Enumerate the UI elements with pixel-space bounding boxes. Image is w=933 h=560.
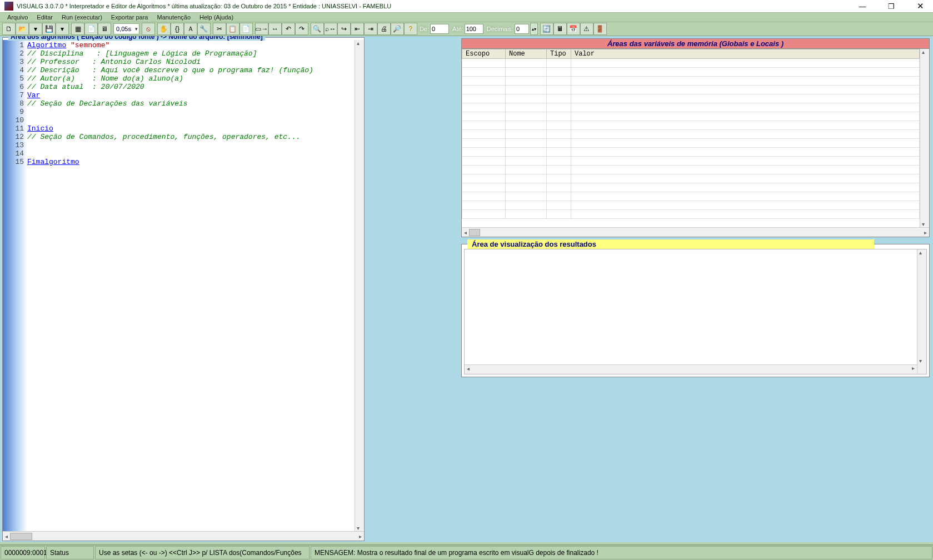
code-text[interactable]: 1Algoritmo "semnome"2// Disciplina : [Li… (27, 40, 355, 531)
help-icon[interactable]: ? (404, 23, 417, 35)
copy-icon[interactable]: 📋 (226, 23, 240, 35)
menu-manutencao[interactable]: Manutenção (153, 13, 194, 21)
open-dropdown-icon[interactable]: ▾ (29, 23, 42, 35)
save-icon[interactable]: 💾 (42, 23, 56, 35)
undo-icon[interactable]: ↶ (282, 23, 295, 35)
minimize-button[interactable]: — (854, 1, 871, 12)
code-line[interactable]: 6// Data atual : 20/07/2020 (27, 83, 355, 91)
table-row[interactable] (462, 183, 920, 192)
layout-icon[interactable]: ▦ (71, 23, 84, 35)
table-row[interactable] (462, 139, 920, 148)
variables-grid[interactable]: Escopo Nome Tipo Valor (462, 49, 920, 219)
exit-icon[interactable]: 🚪 (593, 23, 607, 35)
results-text[interactable] (465, 249, 917, 374)
paste-icon[interactable]: 📄 (240, 23, 253, 35)
code-area[interactable]: 1Algoritmo "semnome"2// Disciplina : [Li… (3, 40, 364, 531)
monitor-icon[interactable]: 🖥 (98, 23, 111, 35)
code-line[interactable]: 13 (27, 141, 355, 149)
ate-input[interactable] (465, 24, 483, 34)
code-line[interactable]: 5// Autor(a) : Nome do(a) aluno(a) (27, 74, 355, 83)
editor-horizontal-scrollbar[interactable] (3, 531, 364, 541)
code-icon[interactable]: {} (171, 23, 184, 35)
editor-panel-title: Área dos algoritmos ( Edição do código f… (8, 36, 265, 41)
zoom-icon[interactable]: 🔎 (391, 23, 404, 35)
calculator-icon[interactable]: 🖩 (553, 23, 567, 35)
menu-exportar[interactable]: Exportar para (107, 13, 152, 21)
save-dropdown-icon[interactable]: ▾ (56, 23, 69, 35)
calendar-icon[interactable]: 📅 (567, 23, 580, 35)
code-line[interactable]: 14 (27, 149, 355, 158)
print-icon[interactable]: 🖨 (377, 23, 391, 35)
table-row[interactable] (462, 103, 920, 112)
menu-editar[interactable]: Editar (33, 13, 57, 21)
table-row[interactable] (462, 94, 920, 103)
refresh-icon[interactable]: 🔄 (540, 23, 553, 35)
letter-icon[interactable]: Ａ (184, 23, 197, 35)
indent-right-icon[interactable]: ⇥ (364, 23, 377, 35)
maximize-button[interactable]: ❐ (883, 1, 900, 12)
delay-combo[interactable]: 0,05s (113, 23, 139, 34)
table-row[interactable] (462, 130, 920, 139)
app-icon (4, 2, 13, 11)
results-horizontal-scrollbar[interactable] (465, 364, 917, 374)
col-tipo[interactable]: Tipo (547, 49, 571, 59)
code-line[interactable]: 3// Professor : Antonio Carlos Nicolodi (27, 58, 355, 66)
replace-icon[interactable]: ⌕↔ (324, 23, 337, 35)
table-row[interactable] (462, 174, 920, 183)
menu-run[interactable]: Run (executar) (58, 13, 106, 21)
scroll-thumb[interactable] (469, 229, 480, 236)
table-row[interactable] (462, 166, 920, 174)
code-line[interactable]: 9 (27, 108, 355, 116)
memory-horizontal-scrollbar[interactable] (462, 227, 929, 237)
code-line[interactable]: 12// Seção de Comandos, procedimento, fu… (27, 133, 355, 141)
col-escopo[interactable]: Escopo (462, 49, 506, 59)
table-row[interactable] (462, 121, 920, 130)
col-nome[interactable]: Nome (506, 49, 547, 59)
table-row[interactable] (462, 201, 920, 210)
cut-icon[interactable]: ✂ (213, 23, 226, 35)
code-line[interactable]: 15Fimalgoritmo (27, 158, 355, 166)
table-row[interactable] (462, 192, 920, 201)
code-line[interactable]: 2// Disciplina : [Linguagem e Lógica de … (27, 49, 355, 58)
open-file-icon[interactable]: 📂 (16, 23, 29, 35)
code-line[interactable]: 7Var (27, 91, 355, 99)
pdf-export-icon[interactable]: 📄 (84, 23, 98, 35)
code-line[interactable]: 10 (27, 116, 355, 124)
redo-icon[interactable]: ↷ (295, 23, 308, 35)
warning-icon[interactable]: ⚠ (580, 23, 593, 35)
memory-vertical-scrollbar[interactable] (920, 49, 929, 227)
code-line[interactable]: 8// Seção de Declarações das variáveis (27, 99, 355, 108)
editor-vertical-scrollbar[interactable] (355, 40, 364, 531)
tools-icon[interactable]: 🔧 (197, 23, 211, 35)
window-move-icon[interactable]: ▭→ (255, 23, 268, 35)
code-line[interactable]: 11Inicio (27, 124, 355, 133)
code-line[interactable]: 4// Descrição : Aqui você descreve o que… (27, 66, 355, 74)
table-row[interactable] (462, 112, 920, 121)
memory-variables-panel: Áreas das variáveis de memória (Globais … (461, 38, 930, 237)
indent-left-icon[interactable]: ⇤ (351, 23, 364, 35)
close-button[interactable]: ✕ (912, 1, 929, 12)
code-line[interactable]: 1Algoritmo "semnome" (27, 41, 355, 49)
menu-arquivo[interactable]: Arquivo (3, 13, 32, 21)
table-row[interactable] (462, 148, 920, 157)
col-valor[interactable]: Valor (571, 49, 920, 59)
de-input[interactable] (430, 24, 449, 34)
table-row[interactable] (462, 210, 920, 219)
table-row[interactable] (462, 157, 920, 166)
results-vertical-scrollbar[interactable] (917, 249, 926, 374)
search-icon[interactable]: 🔍 (311, 23, 324, 35)
hand-icon[interactable]: ✋ (157, 23, 171, 35)
table-row[interactable] (462, 77, 920, 86)
step-icon[interactable]: ↪ (337, 23, 351, 35)
new-file-icon[interactable]: 🗋 (2, 23, 16, 35)
stop-icon[interactable]: ⦸ (142, 23, 155, 35)
table-row[interactable] (462, 59, 920, 68)
results-panel: Área de visualização dos resultados (461, 244, 930, 377)
table-row[interactable] (462, 68, 920, 77)
table-row[interactable] (462, 86, 920, 94)
menu-help[interactable]: Help (Ajuda) (196, 13, 237, 21)
scroll-thumb[interactable] (10, 533, 32, 540)
exchange-icon[interactable]: ↔ (268, 23, 282, 35)
decimais-input[interactable] (515, 24, 529, 34)
decimais-spinner-icon[interactable]: ▴▾ (530, 23, 538, 35)
